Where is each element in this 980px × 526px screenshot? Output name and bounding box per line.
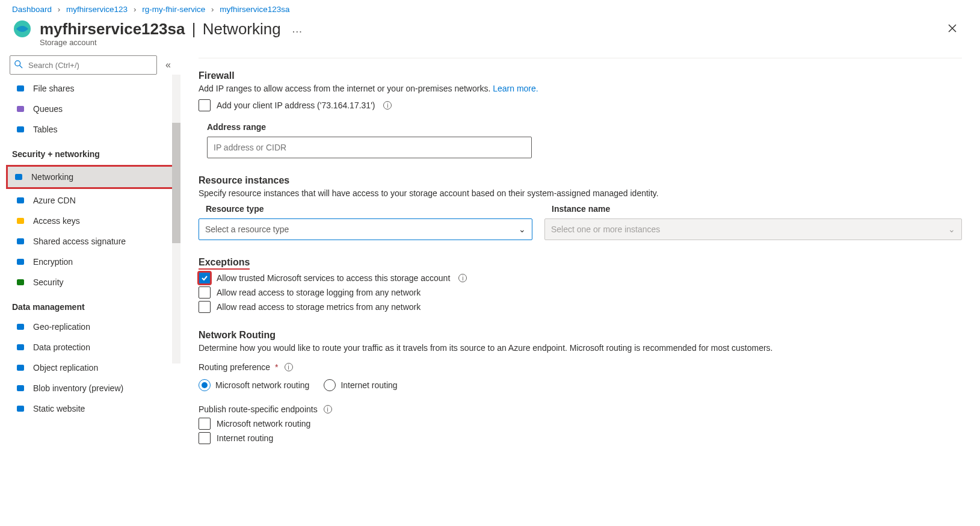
sidebar-item-static-website[interactable]: Static website — [10, 398, 171, 419]
resource-instances-description: Specify resource instances that will hav… — [199, 188, 962, 198]
sidebar-item-blob-inventory-preview-[interactable]: Blob inventory (preview) — [10, 378, 171, 398]
instance-name-column-header: Instance name — [544, 204, 962, 218]
protection-icon — [15, 342, 26, 353]
sidebar-item-label: Networking — [31, 172, 73, 182]
object-repl-icon — [15, 362, 26, 373]
firewall-description: Add IP ranges to allow access from the i… — [199, 84, 962, 93]
sidebar-item-access-keys[interactable]: Access keys — [10, 211, 171, 231]
sidebar-item-label: Object replication — [33, 363, 98, 373]
svg-rect-7 — [17, 197, 24, 203]
routing-option-label: Microsoft network routing — [215, 380, 309, 390]
sidebar: « File sharesQueuesTables Security + net… — [0, 51, 180, 526]
exception-checkbox[interactable] — [199, 301, 211, 313]
svg-rect-9 — [17, 238, 24, 244]
breadcrumb: Dashboard › myfhirservice123 › rg-my-fhi… — [0, 0, 980, 16]
svg-point-1 — [15, 61, 20, 66]
resource-type-column-header: Resource type — [199, 204, 532, 218]
key-icon — [15, 215, 26, 226]
routing-option-label: Internet routing — [341, 380, 397, 390]
info-icon[interactable]: i — [458, 274, 467, 282]
sidebar-item-label: Shared access signature — [33, 237, 126, 246]
sidebar-item-label: Tables — [33, 125, 57, 134]
shield-icon — [15, 277, 26, 288]
instance-name-dropdown[interactable]: Select one or more instances ⌄ — [544, 218, 962, 240]
breadcrumb-item[interactable]: myfhirservice123 — [66, 5, 128, 14]
sidebar-item-azure-cdn[interactable]: Azure CDN — [10, 190, 171, 211]
svg-rect-12 — [17, 324, 24, 330]
exception-label: Allow read access to storage logging fro… — [217, 288, 421, 297]
more-menu-button[interactable]: … — [292, 23, 304, 36]
svg-line-2 — [20, 66, 22, 68]
sidebar-item-security[interactable]: Security — [10, 272, 171, 292]
add-client-ip-checkbox[interactable] — [199, 99, 211, 111]
sidebar-item-encryption[interactable]: Encryption — [10, 252, 171, 272]
chevron-right-icon: › — [211, 5, 214, 14]
blade-title: Networking — [203, 20, 281, 38]
add-client-ip-label: Add your client IP address ('73.164.17.3… — [217, 101, 375, 110]
exception-checkbox[interactable] — [199, 286, 211, 299]
breadcrumb-item[interactable]: Dashboard — [12, 5, 52, 14]
address-range-input[interactable] — [207, 137, 532, 158]
resource-name: myfhirservice123sa — [40, 20, 185, 38]
cdn-icon — [15, 195, 26, 206]
sidebar-item-object-replication[interactable]: Object replication — [10, 357, 171, 378]
info-icon[interactable]: i — [324, 405, 332, 413]
svg-rect-13 — [17, 344, 24, 350]
sidebar-item-networking[interactable]: Networking — [8, 167, 173, 187]
network-routing-description: Determine how you would like to route yo… — [199, 343, 962, 353]
sidebar-item-tables[interactable]: Tables — [10, 119, 171, 140]
chevron-right-icon: › — [134, 5, 137, 14]
resource-type-label: Storage account — [40, 38, 980, 51]
sidebar-item-geo-replication[interactable]: Geo-replication — [10, 317, 171, 337]
chevron-down-icon: ⌄ — [519, 224, 526, 234]
static-web-icon — [15, 403, 26, 414]
sidebar-item-label: Access keys — [33, 216, 80, 226]
sidebar-group-heading: Security + networking — [10, 140, 171, 164]
publish-endpoint-checkbox[interactable] — [199, 432, 211, 444]
sidebar-item-label: Static website — [33, 404, 85, 413]
close-button[interactable] — [943, 19, 962, 38]
sidebar-item-data-protection[interactable]: Data protection — [10, 337, 171, 357]
chevron-right-icon: › — [58, 5, 61, 14]
routing-radio[interactable] — [324, 379, 336, 391]
breadcrumb-item[interactable]: myfhirservice123sa — [220, 5, 289, 14]
routing-preference-label: Routing preference — [199, 362, 270, 372]
info-icon[interactable]: i — [285, 363, 293, 371]
info-icon[interactable]: i — [383, 101, 392, 110]
svg-rect-4 — [17, 106, 24, 112]
chevron-down-icon: ⌄ — [948, 224, 955, 234]
sidebar-group-heading: Data management — [10, 292, 171, 317]
exception-checkbox[interactable] — [199, 272, 211, 284]
svg-rect-6 — [15, 174, 22, 180]
firewall-heading: Firewall — [199, 70, 962, 81]
breadcrumb-item[interactable]: rg-my-fhir-service — [142, 5, 205, 14]
sas-icon — [15, 236, 26, 247]
sidebar-item-shared-access-signature[interactable]: Shared access signature — [10, 231, 171, 252]
learn-more-link[interactable]: Learn more. — [493, 84, 538, 93]
publish-endpoint-label: Internet routing — [217, 433, 273, 443]
sidebar-item-file-shares[interactable]: File shares — [10, 78, 171, 99]
svg-rect-10 — [17, 259, 24, 265]
svg-rect-14 — [17, 365, 24, 371]
resource-instances-heading: Resource instances — [199, 175, 962, 186]
exception-label: Allow trusted Microsoft services to acce… — [217, 273, 450, 283]
globe-icon — [15, 321, 26, 332]
svg-rect-5 — [17, 126, 24, 132]
sidebar-item-label: Data protection — [33, 342, 90, 352]
routing-radio[interactable] — [199, 379, 211, 391]
svg-rect-3 — [17, 85, 24, 91]
search-input[interactable] — [10, 55, 157, 75]
svg-rect-16 — [17, 406, 24, 412]
exception-label: Allow read access to storage metrics fro… — [217, 302, 421, 312]
divider — [199, 58, 962, 58]
storage-account-icon — [12, 19, 32, 39]
resource-type-dropdown[interactable]: Select a resource type ⌄ — [199, 218, 532, 240]
publish-endpoint-checkbox[interactable] — [199, 418, 211, 430]
network-routing-heading: Network Routing — [199, 330, 962, 341]
lock-icon — [15, 256, 26, 267]
exceptions-heading: Exceptions — [199, 257, 962, 270]
scrollbar-thumb[interactable] — [172, 123, 180, 243]
collapse-sidebar-button[interactable]: « — [165, 60, 171, 70]
sidebar-item-queues[interactable]: Queues — [10, 99, 171, 119]
search-icon — [14, 60, 23, 70]
